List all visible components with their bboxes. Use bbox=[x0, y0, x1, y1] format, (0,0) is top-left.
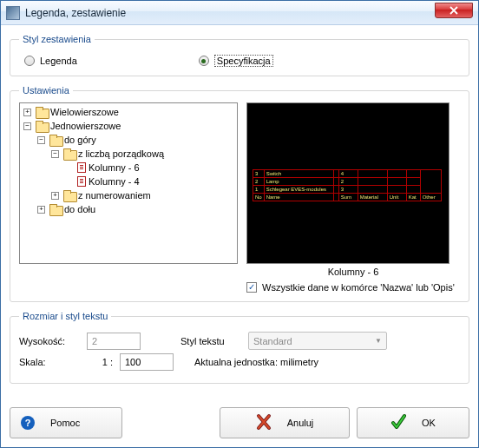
checkbox-alldata[interactable] bbox=[246, 282, 257, 293]
height-label: Wysokość: bbox=[19, 336, 80, 346]
settings-group: Ustawienia + Wielowierszowe bbox=[10, 85, 469, 302]
tree-node-single[interactable]: − Jednowierszowe bbox=[23, 119, 235, 133]
style-group-legend: Styl zestawienia bbox=[19, 34, 95, 44]
tree-node-withnumbering[interactable]: + z numerowaniem bbox=[51, 188, 235, 202]
unit-label: Aktualna jednostka: milimetry bbox=[194, 357, 318, 367]
tree-node-col6[interactable]: Kolumny - 6 bbox=[65, 161, 235, 175]
textstyle-select: Standard ▼ bbox=[248, 332, 387, 350]
titlebar: Legenda, zestawienie bbox=[1, 1, 478, 25]
help-button[interactable]: ? Pomoc bbox=[10, 407, 122, 438]
radio-legenda[interactable]: Legenda bbox=[24, 55, 77, 67]
style-group: Styl zestawienia Legenda Specyfikacja bbox=[10, 34, 469, 76]
expand-icon[interactable]: + bbox=[51, 192, 59, 200]
window-title: Legenda, zestawienie bbox=[25, 7, 126, 19]
textsize-group-legend: Rozmiar i styl tekstu bbox=[19, 311, 111, 321]
close-button[interactable] bbox=[435, 3, 473, 18]
dialog-window: Legenda, zestawienie Styl zestawienia Le… bbox=[0, 0, 479, 448]
ok-button-label: OK bbox=[422, 418, 436, 428]
checkbox-alldata-label: Wszystkie dane w komórce 'Nazwa' lub 'Op… bbox=[262, 282, 455, 293]
ok-button[interactable]: OK bbox=[357, 407, 469, 438]
radio-legenda-label: Legenda bbox=[40, 56, 77, 66]
cancel-icon bbox=[256, 413, 272, 432]
tree-node-withordinal[interactable]: − z liczbą porządkową bbox=[51, 147, 235, 161]
scale-label: Skala: bbox=[19, 357, 80, 367]
help-icon: ? bbox=[21, 416, 35, 430]
radio-legenda-icon bbox=[24, 56, 35, 66]
settings-group-legend: Ustawienia bbox=[19, 85, 73, 96]
expand-icon[interactable]: + bbox=[23, 109, 31, 116]
app-icon bbox=[6, 6, 20, 20]
help-button-label: Pomoc bbox=[50, 418, 80, 428]
tree-node-up[interactable]: − do góry bbox=[37, 133, 235, 147]
radio-specyfikacja-label: Specyfikacja bbox=[214, 55, 273, 67]
tree-view[interactable]: + Wielowierszowe − Jednowierszowe bbox=[19, 102, 238, 264]
folder-icon bbox=[63, 148, 75, 159]
preview-caption: Kolumny - 6 bbox=[246, 267, 460, 277]
chevron-down-icon: ▼ bbox=[375, 337, 382, 345]
check-icon bbox=[390, 413, 406, 432]
button-row: ? Pomoc Anuluj OK bbox=[10, 405, 469, 438]
textstyle-label: Styl tekstu bbox=[180, 336, 241, 346]
collapse-icon[interactable]: − bbox=[23, 122, 31, 130]
scale-input[interactable] bbox=[120, 353, 174, 371]
cancel-button[interactable]: Anuluj bbox=[220, 407, 350, 438]
collapse-icon[interactable]: − bbox=[37, 136, 45, 144]
folder-icon bbox=[49, 204, 62, 214]
collapse-icon[interactable]: − bbox=[51, 150, 59, 158]
preview-pane: 3Switch42Lamp21Schlegear EVES-modules3No… bbox=[246, 102, 449, 264]
textstyle-value: Standard bbox=[253, 336, 292, 346]
textsize-group: Rozmiar i styl tekstu Wysokość: Styl tek… bbox=[10, 311, 469, 384]
document-icon bbox=[77, 162, 86, 173]
expand-icon[interactable]: + bbox=[37, 206, 45, 214]
height-input bbox=[87, 333, 141, 350]
document-icon bbox=[77, 176, 86, 187]
tree-node-multi[interactable]: + Wielowierszowe bbox=[23, 105, 235, 119]
tree-node-down[interactable]: + do dołu bbox=[37, 202, 235, 216]
scale-prefix: 1 : bbox=[87, 357, 113, 367]
tree-node-col4[interactable]: Kolumny - 4 bbox=[65, 175, 235, 188]
folder-icon bbox=[63, 190, 75, 201]
close-icon bbox=[449, 6, 458, 15]
preview-column: 3Switch42Lamp21Schlegear EVES-modules3No… bbox=[246, 102, 460, 293]
folder-icon bbox=[36, 121, 48, 131]
radio-specyfikacja-icon bbox=[199, 56, 209, 66]
folder-icon bbox=[36, 107, 48, 117]
dialog-body: Styl zestawienia Legenda Specyfikacja Us… bbox=[1, 25, 478, 447]
radio-specyfikacja[interactable]: Specyfikacja bbox=[199, 55, 273, 67]
preview-table: 3Switch42Lamp21Schlegear EVES-modules3No… bbox=[253, 169, 442, 201]
cancel-button-label: Anuluj bbox=[287, 418, 314, 428]
folder-icon bbox=[49, 135, 62, 145]
